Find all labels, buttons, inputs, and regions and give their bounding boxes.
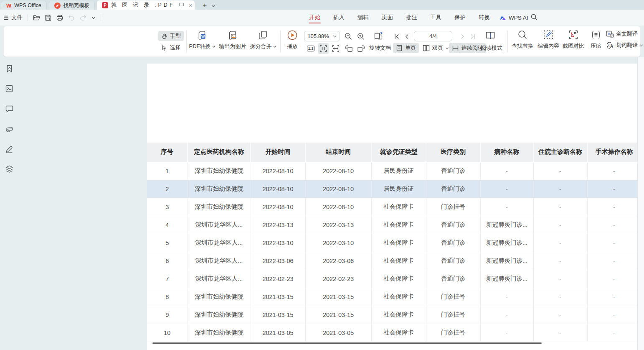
table-cell: 2022-08-10	[251, 162, 305, 180]
zoom-in-button[interactable]	[355, 31, 366, 42]
full-text-translate-button[interactable]: A字 全文翻译	[606, 30, 643, 38]
monitor-icon[interactable]	[178, 1, 185, 9]
edit-content-button[interactable]: 编辑内容	[536, 30, 561, 50]
menu-item-4[interactable]: 批注	[406, 10, 418, 26]
fit-page-button[interactable]	[318, 43, 329, 54]
rotate-right-button[interactable]	[355, 43, 366, 54]
rotate-pages-icon[interactable]	[373, 31, 384, 41]
table-cell: -	[533, 270, 587, 288]
word-translate-icon: A文	[606, 42, 614, 49]
continuous-reading-icon	[452, 45, 459, 51]
table-row: 1深圳市妇幼保健院2022-08-102022-08-10居民身份证普通门诊--…	[147, 162, 637, 180]
full-text-translate-icon: A字	[606, 31, 614, 38]
table-cell: 2021-03-05	[251, 324, 305, 342]
zoom-level-select[interactable]: 105.88%	[304, 31, 340, 41]
table-cell: -	[480, 198, 533, 216]
table-cell: 深圳市妇幼保健院	[188, 324, 251, 342]
read-mode-button[interactable]: 阅读模式	[478, 43, 505, 53]
menu-item-7[interactable]: 转换	[478, 10, 490, 26]
close-tab-icon[interactable]: ×	[187, 1, 195, 9]
save-icon[interactable]	[45, 15, 51, 21]
table-cell: 社会保障卡	[371, 198, 426, 216]
table-cell: 门诊挂号	[426, 324, 480, 342]
more-commands-chevron-icon[interactable]	[91, 16, 96, 19]
layers-icon[interactable]	[4, 164, 15, 174]
actual-size-button[interactable]: 1:1	[305, 43, 316, 54]
chevron-down-icon	[640, 44, 643, 46]
attachments-icon[interactable]	[4, 123, 15, 134]
divider	[186, 31, 187, 52]
print-icon[interactable]	[56, 15, 63, 21]
table-cell: 深圳市妇幼保健院	[188, 180, 251, 198]
menu-item-6[interactable]: 保护	[454, 10, 466, 26]
rotate-document-button[interactable]: 旋转文档	[366, 43, 394, 53]
first-page-button[interactable]	[391, 31, 402, 42]
table-row: 8深圳市妇幼保健院2021-03-152021-03-15社会保障卡门诊挂号--…	[147, 288, 637, 306]
vertical-scrollbar[interactable]	[637, 57, 644, 350]
double-page-button[interactable]: 双页	[420, 43, 452, 53]
page-number-input[interactable]	[414, 31, 452, 41]
wps-ai-button[interactable]: WPS AI	[499, 10, 528, 26]
last-page-button[interactable]	[467, 31, 478, 42]
tab-docer-templates[interactable]: 找稻壳模板	[49, 1, 95, 10]
read-mode-icon[interactable]	[485, 30, 496, 41]
menu-item-5[interactable]: 工具	[430, 10, 442, 26]
thumbnails-icon[interactable]	[4, 83, 15, 94]
menu-item-0[interactable]: 开始	[309, 10, 321, 26]
new-tab-button[interactable]: +	[200, 1, 209, 10]
select-tool-button[interactable]: 选择	[158, 43, 183, 53]
word-translate-button[interactable]: A文 划词翻译	[606, 41, 643, 49]
split-merge-button[interactable]: 拆分合并	[249, 30, 277, 50]
word-translate-label: 划词翻译	[616, 41, 638, 49]
table-cell: 居民身份证	[371, 162, 426, 180]
menu-item-2[interactable]: 编辑	[357, 10, 369, 26]
file-menu-button[interactable]: 文件	[3, 14, 23, 21]
cursor-icon	[161, 45, 167, 51]
tab-document-pdf[interactable]: P 就 医 记 录 .PDF ×	[97, 0, 195, 10]
find-replace-button[interactable]: 查找替换	[510, 30, 535, 50]
tab-list-chevron-icon[interactable]	[209, 2, 217, 10]
table-cell: 6	[147, 252, 188, 270]
search-icon[interactable]	[531, 14, 538, 20]
table-cell: -	[533, 198, 587, 216]
rotate-left-button[interactable]	[344, 43, 355, 54]
tab-wps-office[interactable]: W WPS Office	[1, 1, 47, 10]
screenshot-compare-button[interactable]: 截图对比	[561, 30, 586, 50]
hand-tool-button[interactable]: 手型	[158, 31, 184, 41]
next-page-button[interactable]	[457, 31, 468, 42]
hand-icon	[161, 33, 167, 39]
table-cell: -	[533, 234, 587, 252]
table-cell: 门诊挂号	[426, 198, 480, 216]
menu-item-3[interactable]: 页面	[381, 10, 393, 26]
undo-icon[interactable]	[68, 15, 75, 20]
signature-icon[interactable]	[4, 143, 15, 154]
table-cell: 深圳市妇幼保健院	[188, 306, 251, 324]
menu-item-1[interactable]: 插入	[333, 10, 345, 26]
column-header: 结束时间	[305, 143, 371, 162]
table-header-row: 序号定点医药机构名称开始时间结束时间就诊凭证类型医疗类别病种名称住院主诊断名称手…	[147, 143, 637, 162]
table-bottom-border	[152, 342, 542, 344]
compress-button[interactable]: 压缩	[587, 30, 605, 50]
table-row: 10深圳市妇幼保健院2021-03-052021-03-05社会保障卡门诊挂号-…	[147, 324, 637, 342]
edit-content-icon	[543, 30, 553, 40]
previous-page-button[interactable]	[401, 31, 412, 42]
table-cell: 2022-03-10	[251, 234, 305, 252]
single-page-button[interactable]: 单页	[393, 43, 419, 53]
split-merge-icon	[258, 30, 269, 41]
table-cell: 深圳市龙华区人...	[188, 270, 251, 288]
split-merge-label: 拆分合并	[250, 43, 272, 50]
table-cell: 2022-02-23	[251, 270, 305, 288]
tab-label: 找稻壳模板	[63, 2, 90, 9]
export-as-image-button[interactable]: 输出为图片	[218, 30, 248, 50]
comments-icon[interactable]	[4, 103, 15, 114]
zoom-out-button[interactable]	[343, 31, 354, 42]
fit-width-button[interactable]	[330, 43, 341, 54]
open-file-icon[interactable]	[33, 15, 40, 20]
column-header: 住院主诊断名称	[533, 143, 587, 162]
pdf-convert-button[interactable]: W PDF转换	[188, 30, 217, 50]
bookmark-icon[interactable]	[4, 63, 15, 74]
redo-icon[interactable]	[80, 15, 86, 20]
play-button[interactable]: 播放	[283, 30, 302, 50]
table-cell: -	[533, 306, 587, 324]
table-row: 7深圳市龙华区人...2022-02-232022-02-23社会保障卡普通门诊…	[147, 270, 637, 288]
